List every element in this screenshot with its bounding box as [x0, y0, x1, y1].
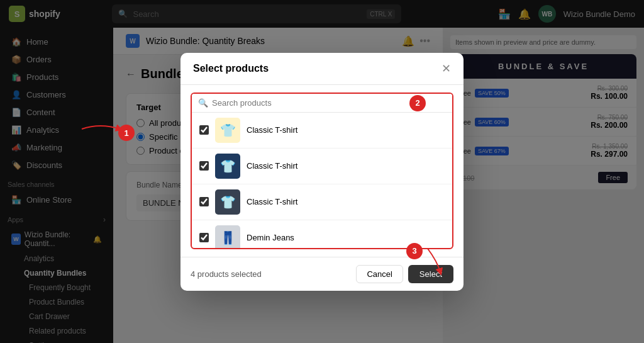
product-name-2: Classic T-shirt	[247, 161, 297, 171]
cancel-button[interactable]: Cancel	[356, 265, 402, 283]
product-thumb-1: 👕	[215, 118, 240, 143]
product-item-3[interactable]: 👕 Classic T-shirt	[192, 184, 452, 220]
product-name-1: Classic T-shirt	[247, 125, 297, 135]
product-name-3: Classic T-shirt	[247, 197, 297, 206]
selected-count: 4 products selected	[191, 269, 262, 279]
modal-overlay[interactable]: Select products ✕ 🔍 👕 Classic T-shirt	[0, 0, 644, 343]
select-products-modal: Select products ✕ 🔍 👕 Classic T-shirt	[180, 53, 464, 291]
product-item-4[interactable]: 👖 Demin Jeans	[192, 220, 452, 248]
product-item-1[interactable]: 👕 Classic T-shirt	[192, 113, 452, 149]
modal-search-icon: 🔍	[198, 98, 208, 108]
product-checkbox-2[interactable]	[199, 161, 209, 171]
product-thumb-3: 👕	[215, 189, 240, 215]
product-thumb-4: 👖	[215, 225, 240, 248]
product-name-4: Demin Jeans	[247, 233, 294, 242]
modal-footer: 4 products selected Cancel Select	[180, 257, 464, 291]
product-checkbox-4[interactable]	[199, 233, 209, 242]
product-item-2[interactable]: 👕 Classic T-shirt	[192, 149, 452, 184]
product-checkbox-3[interactable]	[199, 197, 209, 206]
modal-search-input[interactable]	[212, 98, 446, 108]
modal-title: Select products	[193, 63, 269, 74]
product-thumb-2: 👕	[215, 154, 240, 179]
modal-header: Select products ✕	[180, 53, 464, 85]
product-checkbox-1[interactable]	[199, 125, 209, 135]
modal-search-wrap: 🔍	[192, 94, 452, 113]
product-list: 👕 Classic T-shirt 👕 Classic T-shirt 👕 Cl…	[192, 113, 452, 248]
modal-close-button[interactable]: ✕	[441, 63, 451, 74]
select-button[interactable]: Select	[408, 265, 453, 283]
